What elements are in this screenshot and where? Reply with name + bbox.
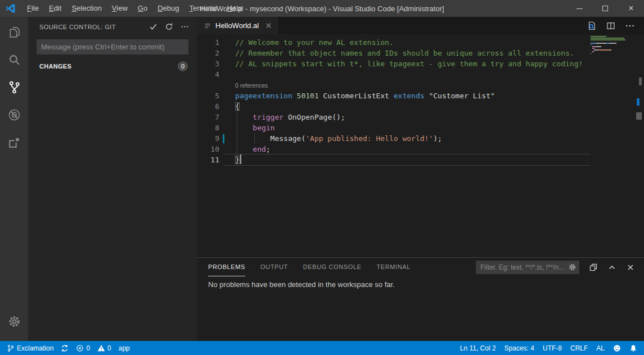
line-number: 1 (197, 37, 219, 48)
maximize-button[interactable] (592, 0, 618, 17)
smiley-icon (613, 344, 621, 352)
scm-actions (149, 22, 189, 31)
open-changes-button[interactable] (587, 21, 597, 31)
warning-count[interactable]: 0 (97, 344, 111, 352)
menu-debug[interactable]: Debug (152, 0, 184, 17)
minimap[interactable] (591, 36, 634, 54)
language-mode[interactable]: AL (596, 344, 605, 352)
menu-terminal[interactable]: Terminal (184, 0, 222, 17)
tab-helloworld-al[interactable]: HelloWorld.al (197, 17, 279, 34)
eol-sequence[interactable]: CRLF (570, 344, 588, 352)
sync-status[interactable] (61, 344, 69, 352)
changes-label: CHANGES (39, 63, 178, 70)
code-line-11[interactable]: 11} (197, 154, 591, 165)
code-line-10[interactable]: 10 end; (197, 144, 591, 154)
minimap-line (591, 46, 634, 47)
close-window-button[interactable]: × (618, 0, 644, 17)
problems-filter-input[interactable] (480, 263, 568, 271)
codelens-references[interactable]: 0 references (197, 80, 591, 90)
code-line-1[interactable]: 1// Welcome to your new AL extension. (197, 37, 591, 48)
filter-gear-icon[interactable] (568, 263, 577, 271)
activity-extensions[interactable] (0, 129, 28, 156)
code-line-7[interactable]: 7 trigger OnOpenPage(); (197, 112, 591, 122)
close-tab-icon[interactable] (264, 21, 273, 30)
menu-view[interactable]: View (107, 0, 133, 17)
warning-icon (97, 344, 105, 352)
problems-filter (476, 261, 579, 274)
panel-tabs: PROBLEMSOUTPUTDEBUG CONSOLETERMINAL (208, 258, 476, 276)
cursor-position[interactable]: Ln 11, Col 2 (460, 344, 496, 352)
minimize-button[interactable] (566, 0, 592, 17)
panel-tab-output[interactable]: OUTPUT (260, 258, 288, 276)
maximize-panel-button[interactable] (607, 263, 616, 272)
activity-manage[interactable] (0, 308, 28, 335)
vscode-logo-icon (5, 3, 16, 14)
app-status-label: app (119, 344, 130, 352)
window-controls: × (566, 0, 644, 17)
git-branch-status[interactable]: Exclamation (7, 344, 53, 352)
branch-icon (7, 344, 15, 352)
minimap-line (591, 41, 634, 42)
overview-ruler-mark (639, 78, 642, 85)
line-number: 3 (197, 58, 219, 69)
code-line-6[interactable]: 6{ (197, 101, 591, 112)
activity-debug[interactable] (0, 101, 28, 129)
close-panel-button[interactable] (626, 263, 635, 272)
menu-go[interactable]: Go (133, 0, 152, 17)
minimap-line (591, 48, 634, 49)
bottom-panel: PROBLEMSOUTPUTDEBUG CONSOLETERMINAL No p… (197, 257, 644, 341)
activity-search[interactable] (0, 46, 28, 74)
minimap-line (591, 44, 634, 45)
title-bar: FileEditSelectionViewGoDebugTerminalHelp… (0, 0, 644, 17)
panel-tab-terminal[interactable]: TERMINAL (377, 258, 411, 276)
panel-tab-debug-console[interactable]: DEBUG CONSOLE (303, 258, 362, 276)
code-line-9[interactable]: 9 Message('App published: Hello world!')… (197, 133, 591, 144)
activity-source-control[interactable] (0, 74, 28, 101)
code-line-4[interactable]: 4 (197, 69, 591, 80)
menu-file[interactable]: File (22, 0, 44, 17)
line-number: 11 (197, 154, 219, 165)
restore-panel-button[interactable] (589, 263, 598, 272)
feedback[interactable] (613, 344, 621, 352)
git-branch-status-label: Exclamation (17, 344, 53, 352)
changes-section-header[interactable]: CHANGES 0 (28, 60, 197, 72)
status-bar-left: Exclamation00app (7, 344, 130, 352)
activity-explorer[interactable] (0, 19, 28, 46)
code-line-2[interactable]: 2// Remember that object names and IDs s… (197, 48, 591, 58)
more-actions-button[interactable] (181, 22, 189, 31)
eol-sequence-label: CRLF (570, 344, 588, 352)
app-status[interactable]: app (119, 344, 130, 352)
language-mode-label: AL (596, 344, 605, 352)
error-count-label: 0 (86, 344, 90, 352)
minimap-line (591, 39, 634, 40)
menu-help[interactable]: Help (222, 0, 247, 17)
maximize-icon (602, 6, 608, 11)
bell-icon (629, 344, 637, 352)
code-line-8[interactable]: 8 begin (197, 122, 591, 133)
more-actions-button[interactable] (625, 21, 635, 31)
indentation[interactable]: Spaces: 4 (505, 344, 534, 352)
code-line-5[interactable]: 5pageextension 50101 CustomerListExt ext… (197, 90, 591, 101)
encoding[interactable]: UTF-8 (543, 344, 562, 352)
warning-count-label: 0 (107, 344, 111, 352)
menu-selection[interactable]: Selection (66, 0, 106, 17)
code-line-3[interactable]: 3// AL snippets start with t*, like tpag… (197, 58, 591, 69)
notifications[interactable] (629, 344, 637, 352)
panel-tab-problems[interactable]: PROBLEMS (208, 258, 245, 276)
commit-button[interactable] (149, 22, 157, 31)
sidebar-title: SOURCE CONTROL: GIT (39, 24, 149, 30)
line-number: 7 (197, 112, 219, 122)
search-icon (7, 53, 21, 67)
overview-ruler-mark (637, 98, 640, 106)
minimap-line (591, 53, 634, 54)
refresh-button[interactable] (165, 22, 173, 31)
commit-message-input[interactable] (37, 39, 188, 54)
error-count[interactable]: 0 (76, 344, 90, 352)
editor[interactable]: 1// Welcome to your new AL extension.2//… (197, 34, 644, 257)
extensions-icon (7, 135, 21, 149)
split-editor-button[interactable] (606, 21, 616, 31)
overview-ruler-mark (636, 112, 642, 120)
line-number: 5 (197, 90, 219, 101)
menu-bar: FileEditSelectionViewGoDebugTerminalHelp (22, 0, 247, 17)
menu-edit[interactable]: Edit (44, 0, 66, 17)
